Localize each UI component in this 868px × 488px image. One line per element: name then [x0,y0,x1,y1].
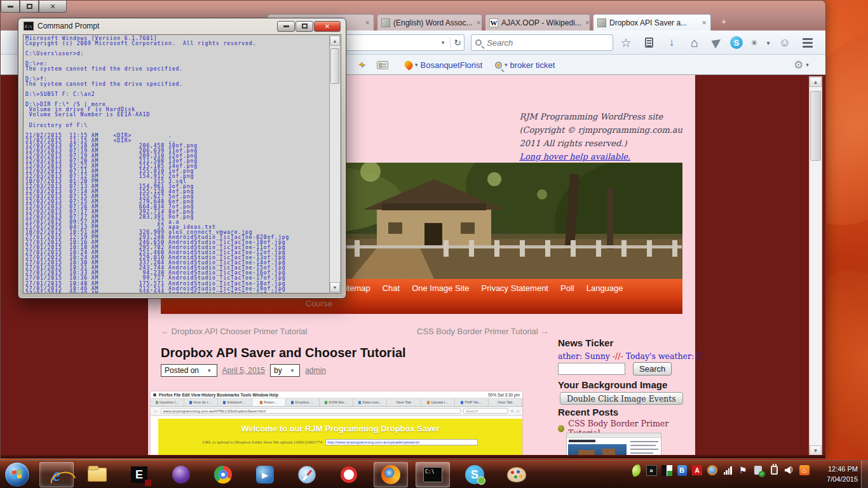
bug-extension-icon[interactable]: ✳ [747,36,762,50]
bookmark-star-icon[interactable]: ☆ [618,36,634,50]
menu-hamburger-icon[interactable] [800,36,815,50]
console-scroll-down[interactable]: ▼ [330,282,340,292]
by-select[interactable]: by ▾ [270,364,300,377]
recent-post-thumbnail[interactable] [566,433,661,455]
bluetooth-icon: B [677,465,687,476]
taskbar-e-app[interactable]: E [122,462,156,487]
sparkle-bookmark-icon[interactable]: ✦ [358,58,366,72]
taskbar-paint[interactable] [499,462,534,487]
embed-menu-items: Firefox File Edit View History Bookmarks… [159,393,278,397]
nav-item-poll[interactable]: Poll [560,283,574,293]
tab-close-icon[interactable]: ✕ [698,20,707,26]
tab-close-icon[interactable]: ✕ [581,20,590,26]
embed-upload-input [325,439,478,445]
start-button[interactable] [5,463,29,487]
scroll-down-button[interactable]: ▼ [810,445,822,455]
tab-close-icon[interactable]: ✕ [361,20,370,26]
tray-usb-icon[interactable] [752,464,764,476]
taskbar-media-player[interactable]: ▶ [248,462,282,487]
tray-screenreader-icon[interactable]: » [646,464,657,476]
cmd-maximize-button[interactable] [295,21,313,32]
tray-signal-icon[interactable] [722,464,733,476]
scroll-down-icon: ▼ [333,285,337,290]
tray-bluetooth-icon[interactable]: B [676,464,688,476]
post-image-screenshot[interactable]: Firefox File Edit View History Bookmarks… [151,391,522,455]
taskbar-skype[interactable]: S [458,462,492,487]
scrollbar-thumb[interactable] [810,91,821,161]
double-click-image-events-button[interactable]: Double Click Image Events [560,392,683,405]
post-date-link[interactable]: April 5, 2015 [222,366,265,375]
downloads-icon[interactable]: ↓ [664,36,679,50]
maximize-button[interactable] [20,1,39,13]
reload-icon[interactable]: ↻ [454,37,461,48]
taskbar-windows-explorer[interactable] [80,462,114,487]
tray-java-icon[interactable]: ♨ [799,464,810,476]
sidebar-search-row: Search [558,362,672,376]
author-link[interactable]: admin [305,366,326,375]
pocket-send-icon[interactable] [710,36,725,50]
browser-scrollbar[interactable]: ▲ ▼ [809,76,822,455]
scroll-up-button[interactable]: ▲ [810,77,822,87]
taskbar-safari[interactable] [290,462,324,487]
search-icon [475,39,482,46]
sidebar-search-input[interactable] [558,363,625,375]
previous-post-link[interactable]: ← Dropbox API Chooser Primer Tutorial [161,327,307,336]
tab-dropbox-active[interactable]: Dropbox API Saver a... ✕ [593,14,711,30]
console-scrollbar[interactable]: ▲ ▼ [329,36,340,292]
nav-item-chat[interactable]: Chat [383,283,400,293]
embed-yellow-page: Welcome to our RJM Programming Dropbox S… [158,419,522,455]
new-tab-button[interactable]: + [716,17,731,28]
cmd-titlebar[interactable]: C:\ Command Prompt ✕ [18,18,346,34]
bookmarks-menu-icon[interactable] [641,36,656,50]
sidebar-search-button[interactable]: Search [633,362,672,376]
tray-device-icon[interactable] [768,464,780,476]
search-input[interactable] [485,37,609,48]
show-desktop-button[interactable] [861,461,868,488]
extension-dropdown-icon[interactable]: ▾ [761,36,776,50]
search-box[interactable] [471,34,613,51]
bookmarks-settings[interactable]: ⚙ ▾ [794,58,811,72]
tray-network-globe-icon[interactable] [707,464,718,476]
tray-adobe-reader-icon[interactable]: A [691,464,703,476]
tray-action-center-icon[interactable]: ⚑ [737,464,749,476]
idcard-bookmark-icon[interactable] [377,58,388,72]
minimize-button[interactable] [1,1,20,13]
urlbar-dropdown-icon[interactable]: ▾ [442,39,445,46]
posted-on-select[interactable]: Posted on ▾ [161,364,217,377]
nav-item-one-image-site[interactable]: One Image Site [412,283,469,293]
console-scroll-up[interactable]: ▲ [330,36,340,46]
chat-smiley-icon[interactable]: ☺ [777,36,792,50]
nav-item-privacy-statement[interactable]: Privacy Statement [482,283,549,293]
nav-item-language[interactable]: Language [587,283,623,293]
taskbar-clock[interactable]: 12:46 PM 7/04/2015 [827,464,858,484]
chevron-down-icon: ▾ [415,62,418,68]
tray-volume-icon[interactable] [783,464,795,476]
cmd-minimize-button[interactable] [277,21,295,32]
tab-wikipedia[interactable]: W AJAX.OOP - Wikipedi... ✕ [485,14,590,30]
nav-item-course[interactable]: Course [306,299,332,308]
next-post-link[interactable]: CSS Body Border Primer Tutorial → [417,327,548,336]
cmd-close-button[interactable]: ✕ [314,21,341,32]
taskbar-eclipse[interactable] [164,462,198,487]
thumb-title-block [569,440,595,442]
taskbar-command-prompt[interactable]: C:\ [416,462,450,487]
tab-word-assoc[interactable]: (English) Word Assoc... ✕ [377,14,482,30]
favicon [156,401,158,404]
home-icon[interactable]: ⌂ [687,36,702,50]
tab-close-icon[interactable]: ✕ [473,20,482,26]
close-button[interactable]: ✕ [39,1,67,13]
skype-extension-icon[interactable]: S [729,36,744,50]
tray-vmware-icon[interactable] [661,464,672,476]
taskbar-chrome[interactable] [206,462,240,487]
tray-leaf-icon[interactable] [630,464,642,476]
leaf-icon [630,464,642,477]
console-area[interactable]: Microsoft Windows [Version 6.1.7601] Cop… [23,34,341,294]
taskbar-firefox[interactable] [374,462,408,487]
screen: … ✕ (English) Word Assoc... ✕ W AJAX.OOP… [0,0,868,488]
bookmark-broker-ticket[interactable]: ▾ broker ticket [495,58,555,72]
long-hover-help-link[interactable]: Long hover help available. [519,150,682,163]
taskbar-internet-explorer[interactable]: e [39,462,74,487]
console-scroll-thumb[interactable] [330,48,339,84]
bookmark-bosanquetflorist[interactable]: ▾ BosanquetFlorist [405,58,482,72]
taskbar-opera[interactable] [332,462,366,487]
